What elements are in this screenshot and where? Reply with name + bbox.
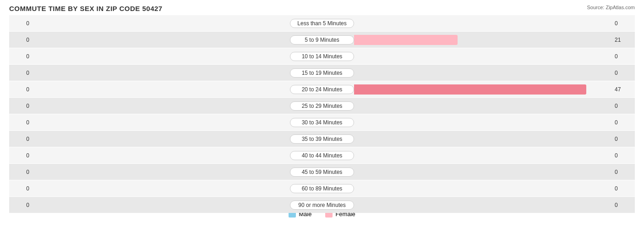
male-side: [32, 151, 290, 161]
male-side: [32, 84, 290, 95]
male-side: [32, 200, 290, 210]
row-label: 90 or more Minutes: [290, 201, 354, 210]
male-side: [32, 184, 290, 194]
bars-center: 35 to 39 Minutes: [32, 131, 612, 147]
left-value: 0: [9, 70, 32, 76]
male-side: [32, 101, 290, 111]
row-label: 30 to 34 Minutes: [290, 118, 354, 127]
row-label: Less than 5 Minutes: [290, 19, 354, 28]
bars-center: Less than 5 Minutes: [32, 15, 612, 31]
row-label: 25 to 29 Minutes: [290, 101, 354, 111]
bar-row: 090 or more Minutes0: [9, 197, 635, 213]
left-value: 0: [9, 202, 32, 208]
row-label: 20 to 24 Minutes: [290, 85, 354, 94]
female-side: [354, 151, 612, 161]
left-value: 0: [9, 86, 32, 93]
bar-row: 020 to 24 Minutes47: [9, 81, 635, 97]
left-value: 0: [9, 119, 32, 126]
right-value: 0: [612, 136, 635, 142]
female-side: [354, 200, 612, 210]
female-side: [354, 167, 612, 177]
bar-row: 045 to 59 Minutes0: [9, 164, 635, 180]
left-value: 0: [9, 53, 32, 60]
bars-center: 30 to 34 Minutes: [32, 114, 612, 130]
male-side: [32, 134, 290, 144]
bars-center: 90 or more Minutes: [32, 197, 612, 213]
row-label: 35 to 39 Minutes: [290, 134, 354, 144]
left-value: 0: [9, 152, 32, 159]
right-value: 0: [612, 70, 635, 76]
female-side: [354, 18, 612, 28]
row-label: 10 to 14 Minutes: [290, 52, 354, 61]
right-value: 0: [612, 152, 635, 159]
chart-container: COMMUTE TIME BY SEX IN ZIP CODE 50427 So…: [0, 0, 644, 240]
female-side: [354, 134, 612, 144]
bars-center: 10 to 14 Minutes: [32, 48, 612, 64]
female-side: [354, 184, 612, 194]
bar-row: 060 to 89 Minutes0: [9, 180, 635, 196]
left-value: 0: [9, 169, 32, 175]
bars-center: 20 to 24 Minutes: [32, 81, 612, 97]
bar-row: 015 to 19 Minutes0: [9, 65, 635, 81]
bars-center: 60 to 89 Minutes: [32, 180, 612, 196]
female-side: [354, 68, 612, 78]
bar-row: 040 to 44 Minutes0: [9, 147, 635, 163]
right-value: 0: [612, 169, 635, 175]
row-label: 60 to 89 Minutes: [290, 184, 354, 193]
right-value: 0: [612, 202, 635, 208]
bar-row: 025 to 29 Minutes0: [9, 98, 635, 114]
right-value: 0: [612, 103, 635, 109]
left-value: 0: [9, 103, 32, 109]
female-side: [354, 117, 612, 128]
bar-row: 035 to 39 Minutes0: [9, 131, 635, 147]
row-label: 40 to 44 Minutes: [290, 151, 354, 160]
bars-center: 15 to 19 Minutes: [32, 65, 612, 81]
right-value: 47: [612, 86, 635, 93]
right-value: 21: [612, 37, 635, 43]
row-label: 15 to 19 Minutes: [290, 68, 354, 78]
chart-title: COMMUTE TIME BY SEX IN ZIP CODE 50427: [9, 5, 635, 12]
bar-row: 0Less than 5 Minutes0: [9, 15, 635, 31]
right-value: 0: [612, 53, 635, 60]
source-label: Source: ZipAtlas.com: [587, 5, 635, 10]
female-side: [354, 51, 612, 61]
bar-row: 030 to 34 Minutes0: [9, 114, 635, 130]
row-label: 5 to 9 Minutes: [290, 35, 354, 45]
female-side: [354, 35, 612, 45]
male-side: [32, 18, 290, 28]
right-value: 0: [612, 185, 635, 192]
bars-center: 40 to 44 Minutes: [32, 147, 612, 163]
female-side: [354, 101, 612, 111]
right-value: 0: [612, 20, 635, 27]
right-value: 0: [612, 119, 635, 126]
female-bar: [354, 35, 458, 45]
bar-row: 05 to 9 Minutes21: [9, 32, 635, 48]
left-value: 0: [9, 37, 32, 43]
male-side: [32, 35, 290, 45]
bar-row: 010 to 14 Minutes0: [9, 48, 635, 64]
left-value: 0: [9, 185, 32, 192]
left-value: 0: [9, 20, 32, 27]
bars-center: 5 to 9 Minutes: [32, 32, 612, 48]
female-side: [354, 84, 612, 95]
female-bar: [354, 84, 586, 95]
left-value: 0: [9, 136, 32, 142]
bars-center: 45 to 59 Minutes: [32, 164, 612, 180]
bars-center: 25 to 29 Minutes: [32, 98, 612, 114]
male-side: [32, 167, 290, 177]
male-side: [32, 68, 290, 78]
male-side: [32, 117, 290, 128]
male-side: [32, 51, 290, 61]
row-label: 45 to 59 Minutes: [290, 167, 354, 177]
bars-area: 0Less than 5 Minutes005 to 9 Minutes2101…: [9, 15, 635, 200]
